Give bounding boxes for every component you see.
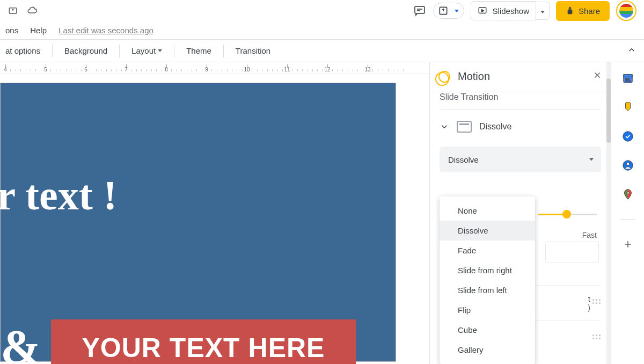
transition-select-value: Dissolve — [448, 155, 479, 164]
panel-scrollbar[interactable] — [606, 62, 611, 364]
contacts-icon[interactable] — [621, 159, 634, 172]
cloud-status-icon[interactable] — [27, 5, 38, 16]
chevron-down-icon — [589, 158, 594, 161]
svg-text:31: 31 — [625, 77, 630, 83]
transition-option[interactable]: None — [440, 201, 535, 221]
horizontal-ruler: 45678910111213 — [0, 62, 429, 74]
chevron-down-icon — [158, 49, 162, 52]
slide-red-box-text: YOUR TEXT HERE — [82, 332, 325, 363]
collapse-toolbar-icon[interactable] — [627, 45, 636, 56]
present-button-group[interactable] — [433, 3, 464, 19]
motion-panel: Motion Slide Transition Dissolve Dissolv… — [429, 62, 611, 364]
menu-addons[interactable]: ons — [5, 26, 18, 35]
transition-option[interactable]: Flip — [440, 300, 535, 320]
format-options-btn[interactable]: at options — [5, 46, 40, 55]
anim1-line2: ) — [588, 303, 590, 312]
tasks-icon[interactable] — [621, 130, 634, 143]
layout-label: Layout — [131, 46, 156, 55]
speed-label: Fast — [582, 231, 597, 239]
keep-icon[interactable] — [621, 101, 634, 114]
motion-title: Motion — [458, 70, 490, 83]
transition-option[interactable]: Slide from left — [440, 280, 535, 300]
share-button[interactable]: Share — [556, 1, 610, 21]
transition-option[interactable]: Dissolve — [440, 221, 535, 241]
chevron-down-icon — [440, 122, 449, 132]
anim1-line1: t — [588, 294, 590, 303]
slide-red-box[interactable]: YOUR TEXT HERE — [51, 319, 356, 364]
speed-slider[interactable] — [538, 208, 597, 230]
add-addon-icon[interactable] — [621, 238, 634, 251]
comments-icon[interactable] — [413, 4, 427, 18]
edit-status[interactable]: Last edit was seconds ago — [58, 26, 153, 35]
transition-option[interactable]: Slide from right — [440, 260, 535, 280]
slider-thumb[interactable] — [562, 210, 571, 219]
svg-point-9 — [626, 163, 630, 166]
account-avatar[interactable] — [616, 1, 636, 21]
slide-title-text[interactable]: ur text ! — [0, 174, 117, 216]
theme-btn[interactable]: Theme — [186, 46, 211, 55]
side-panel-rail: 31 — [611, 62, 644, 364]
transition-btn[interactable]: Transition — [236, 46, 270, 55]
drag-handle-icon[interactable] — [592, 299, 601, 308]
transition-option[interactable]: Gallery — [440, 340, 535, 360]
transition-option[interactable]: Cube — [440, 320, 535, 340]
menu-help[interactable]: Help — [30, 26, 47, 35]
slide-transition-heading: Slide Transition — [440, 91, 601, 110]
slide-canvas[interactable]: ur text ! & YOUR TEXT HERE — [0, 83, 396, 362]
layout-btn[interactable]: Layout — [131, 46, 162, 55]
apply-box[interactable] — [545, 242, 599, 263]
slideshow-label: Slideshow — [493, 6, 529, 16]
motion-icon — [438, 71, 450, 83]
svg-rect-1 — [415, 6, 425, 13]
background-btn[interactable]: Background — [64, 46, 107, 55]
slide-ampersand-text[interactable]: & — [1, 319, 41, 364]
calendar-icon[interactable]: 31 — [621, 72, 634, 85]
current-transition: Dissolve — [479, 122, 511, 132]
transition-select[interactable]: Dissolve — [440, 147, 601, 172]
maps-icon[interactable] — [621, 188, 634, 201]
close-icon[interactable] — [592, 70, 602, 83]
svg-rect-5 — [623, 75, 632, 77]
drag-handle-icon[interactable] — [592, 334, 601, 343]
transition-dropdown-menu: NoneDissolveFadeSlide from rightSlide fr… — [440, 196, 535, 364]
present-dropdown-icon[interactable] — [452, 6, 462, 16]
slideshow-dropdown[interactable] — [536, 2, 550, 20]
slideshow-button[interactable]: Slideshow — [471, 1, 536, 20]
transition-option[interactable]: Fade — [440, 241, 535, 260]
svg-point-7 — [623, 132, 632, 141]
share-label: Share — [579, 6, 600, 16]
slide-thumbnail-icon — [457, 121, 472, 133]
transition-summary-row[interactable]: Dissolve — [440, 110, 601, 143]
move-to-folder-icon[interactable] — [8, 5, 18, 16]
